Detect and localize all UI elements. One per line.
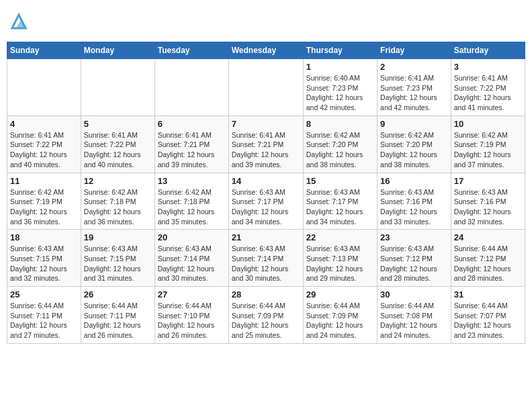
calendar-cell: 27Sunrise: 6:44 AMSunset: 7:10 PMDayligh… xyxy=(154,287,228,344)
calendar-cell: 25Sunrise: 6:44 AMSunset: 7:11 PMDayligh… xyxy=(7,287,81,344)
day-info: Sunrise: 6:43 AMSunset: 7:12 PMDaylight:… xyxy=(380,244,448,283)
calendar-cell: 3Sunrise: 6:41 AMSunset: 7:22 PMDaylight… xyxy=(451,59,525,116)
day-number: 24 xyxy=(454,232,522,242)
calendar-week-4: 18Sunrise: 6:43 AMSunset: 7:15 PMDayligh… xyxy=(7,230,525,287)
day-number: 28 xyxy=(232,289,300,300)
day-number: 2 xyxy=(380,62,448,72)
calendar-week-5: 25Sunrise: 6:44 AMSunset: 7:11 PMDayligh… xyxy=(7,287,525,344)
day-number: 19 xyxy=(84,232,152,242)
calendar-cell: 10Sunrise: 6:42 AMSunset: 7:19 PMDayligh… xyxy=(451,116,525,173)
day-info: Sunrise: 6:43 AMSunset: 7:16 PMDaylight:… xyxy=(454,187,522,227)
day-info: Sunrise: 6:43 AMSunset: 7:14 PMDaylight:… xyxy=(158,244,226,283)
day-info: Sunrise: 6:44 AMSunset: 7:10 PMDaylight:… xyxy=(158,301,226,340)
day-info: Sunrise: 6:42 AMSunset: 7:20 PMDaylight:… xyxy=(380,130,448,170)
calendar-cell: 24Sunrise: 6:44 AMSunset: 7:12 PMDayligh… xyxy=(451,230,525,287)
calendar-cell: 22Sunrise: 6:43 AMSunset: 7:13 PMDayligh… xyxy=(303,230,377,287)
calendar-cell xyxy=(81,59,154,116)
day-info: Sunrise: 6:42 AMSunset: 7:18 PMDaylight:… xyxy=(84,187,152,227)
weekday-row: SundayMondayTuesdayWednesdayThursdayFrid… xyxy=(7,42,525,59)
day-number: 23 xyxy=(380,232,448,242)
day-info: Sunrise: 6:43 AMSunset: 7:15 PMDaylight:… xyxy=(10,244,78,283)
calendar-week-2: 4Sunrise: 6:41 AMSunset: 7:22 PMDaylight… xyxy=(7,116,525,173)
day-number: 7 xyxy=(232,119,300,129)
day-info: Sunrise: 6:42 AMSunset: 7:19 PMDaylight:… xyxy=(454,130,522,170)
day-info: Sunrise: 6:44 AMSunset: 7:09 PMDaylight:… xyxy=(306,301,374,340)
day-number: 20 xyxy=(158,232,226,242)
day-number: 16 xyxy=(380,176,448,186)
day-info: Sunrise: 6:41 AMSunset: 7:22 PMDaylight:… xyxy=(10,130,78,170)
day-info: Sunrise: 6:44 AMSunset: 7:12 PMDaylight:… xyxy=(454,244,522,283)
calendar-cell: 17Sunrise: 6:43 AMSunset: 7:16 PMDayligh… xyxy=(451,173,525,230)
weekday-header-friday: Friday xyxy=(378,42,451,59)
calendar-cell: 9Sunrise: 6:42 AMSunset: 7:20 PMDaylight… xyxy=(378,116,451,173)
day-number: 11 xyxy=(10,176,78,186)
day-info: Sunrise: 6:41 AMSunset: 7:21 PMDaylight:… xyxy=(158,130,226,170)
day-info: Sunrise: 6:41 AMSunset: 7:21 PMDaylight:… xyxy=(232,130,300,170)
calendar-header: SundayMondayTuesdayWednesdayThursdayFrid… xyxy=(7,42,525,59)
calendar-week-1: 1Sunrise: 6:40 AMSunset: 7:23 PMDaylight… xyxy=(7,59,525,116)
calendar-cell xyxy=(228,59,303,116)
calendar-cell: 2Sunrise: 6:41 AMSunset: 7:23 PMDaylight… xyxy=(378,59,451,116)
logo-icon xyxy=(9,12,28,31)
day-info: Sunrise: 6:41 AMSunset: 7:22 PMDaylight:… xyxy=(454,73,522,113)
calendar-cell xyxy=(154,59,228,116)
calendar-cell: 28Sunrise: 6:44 AMSunset: 7:09 PMDayligh… xyxy=(228,287,303,344)
day-number: 6 xyxy=(158,119,226,129)
day-number: 14 xyxy=(232,176,300,186)
calendar-cell: 20Sunrise: 6:43 AMSunset: 7:14 PMDayligh… xyxy=(154,230,228,287)
weekday-header-wednesday: Wednesday xyxy=(228,42,303,59)
day-info: Sunrise: 6:43 AMSunset: 7:14 PMDaylight:… xyxy=(232,244,300,283)
day-number: 4 xyxy=(10,119,78,129)
day-info: Sunrise: 6:44 AMSunset: 7:11 PMDaylight:… xyxy=(10,301,78,340)
day-info: Sunrise: 6:42 AMSunset: 7:19 PMDaylight:… xyxy=(10,187,78,227)
logo xyxy=(9,12,30,31)
calendar-cell: 29Sunrise: 6:44 AMSunset: 7:09 PMDayligh… xyxy=(303,287,377,344)
calendar-cell: 19Sunrise: 6:43 AMSunset: 7:15 PMDayligh… xyxy=(81,230,154,287)
day-number: 17 xyxy=(454,176,522,186)
calendar-cell: 1Sunrise: 6:40 AMSunset: 7:23 PMDaylight… xyxy=(303,59,377,116)
calendar-cell: 15Sunrise: 6:43 AMSunset: 7:17 PMDayligh… xyxy=(303,173,377,230)
day-number: 26 xyxy=(84,289,152,300)
calendar-table: SundayMondayTuesdayWednesdayThursdayFrid… xyxy=(7,42,525,344)
weekday-header-thursday: Thursday xyxy=(303,42,377,59)
day-number: 27 xyxy=(158,289,226,300)
day-info: Sunrise: 6:44 AMSunset: 7:08 PMDaylight:… xyxy=(380,301,448,340)
day-info: Sunrise: 6:40 AMSunset: 7:23 PMDaylight:… xyxy=(306,73,374,113)
calendar-cell: 8Sunrise: 6:42 AMSunset: 7:20 PMDaylight… xyxy=(303,116,377,173)
day-info: Sunrise: 6:42 AMSunset: 7:20 PMDaylight:… xyxy=(306,130,374,170)
day-number: 8 xyxy=(306,119,374,129)
calendar-cell: 4Sunrise: 6:41 AMSunset: 7:22 PMDaylight… xyxy=(7,116,81,173)
day-info: Sunrise: 6:44 AMSunset: 7:11 PMDaylight:… xyxy=(84,301,152,340)
weekday-header-tuesday: Tuesday xyxy=(154,42,228,59)
day-info: Sunrise: 6:42 AMSunset: 7:18 PMDaylight:… xyxy=(158,187,226,227)
calendar-cell: 11Sunrise: 6:42 AMSunset: 7:19 PMDayligh… xyxy=(7,173,81,230)
day-number: 25 xyxy=(10,289,78,300)
calendar-cell: 26Sunrise: 6:44 AMSunset: 7:11 PMDayligh… xyxy=(81,287,154,344)
weekday-header-sunday: Sunday xyxy=(7,42,81,59)
page-header xyxy=(7,7,525,36)
weekday-header-saturday: Saturday xyxy=(451,42,525,59)
day-number: 13 xyxy=(158,176,226,186)
day-info: Sunrise: 6:43 AMSunset: 7:17 PMDaylight:… xyxy=(306,187,374,227)
calendar-week-3: 11Sunrise: 6:42 AMSunset: 7:19 PMDayligh… xyxy=(7,173,525,230)
day-info: Sunrise: 6:43 AMSunset: 7:15 PMDaylight:… xyxy=(84,244,152,283)
calendar-cell: 18Sunrise: 6:43 AMSunset: 7:15 PMDayligh… xyxy=(7,230,81,287)
calendar-cell xyxy=(7,59,81,116)
calendar-cell: 16Sunrise: 6:43 AMSunset: 7:16 PMDayligh… xyxy=(378,173,451,230)
day-number: 9 xyxy=(380,119,448,129)
day-number: 21 xyxy=(232,232,300,242)
svg-marker-1 xyxy=(16,19,27,28)
calendar-cell: 13Sunrise: 6:42 AMSunset: 7:18 PMDayligh… xyxy=(154,173,228,230)
calendar-cell: 12Sunrise: 6:42 AMSunset: 7:18 PMDayligh… xyxy=(81,173,154,230)
day-number: 1 xyxy=(306,62,374,72)
day-number: 10 xyxy=(454,119,522,129)
calendar-cell: 7Sunrise: 6:41 AMSunset: 7:21 PMDaylight… xyxy=(228,116,303,173)
calendar-cell: 23Sunrise: 6:43 AMSunset: 7:12 PMDayligh… xyxy=(378,230,451,287)
calendar-cell: 14Sunrise: 6:43 AMSunset: 7:17 PMDayligh… xyxy=(228,173,303,230)
day-number: 31 xyxy=(454,289,522,300)
day-number: 3 xyxy=(454,62,522,72)
day-number: 5 xyxy=(84,119,152,129)
day-number: 22 xyxy=(306,232,374,242)
day-info: Sunrise: 6:41 AMSunset: 7:22 PMDaylight:… xyxy=(84,130,152,170)
day-info: Sunrise: 6:41 AMSunset: 7:23 PMDaylight:… xyxy=(380,73,448,113)
